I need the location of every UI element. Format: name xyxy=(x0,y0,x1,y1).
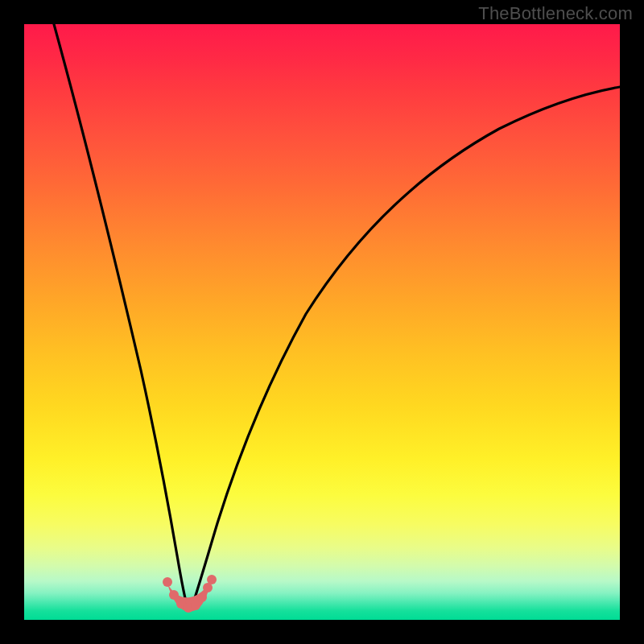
chart-svg xyxy=(24,24,620,620)
watermark-text: TheBottleneck.com xyxy=(478,3,633,24)
svg-point-4 xyxy=(191,601,200,610)
svg-point-0 xyxy=(163,577,172,587)
left-curve xyxy=(54,24,188,608)
valley-markers xyxy=(163,575,217,613)
svg-point-7 xyxy=(207,575,217,584)
outer-frame: TheBottleneck.com xyxy=(0,0,644,644)
plot-area xyxy=(24,24,620,620)
svg-point-5 xyxy=(197,592,207,602)
svg-point-1 xyxy=(169,590,179,600)
right-curve xyxy=(192,87,620,608)
